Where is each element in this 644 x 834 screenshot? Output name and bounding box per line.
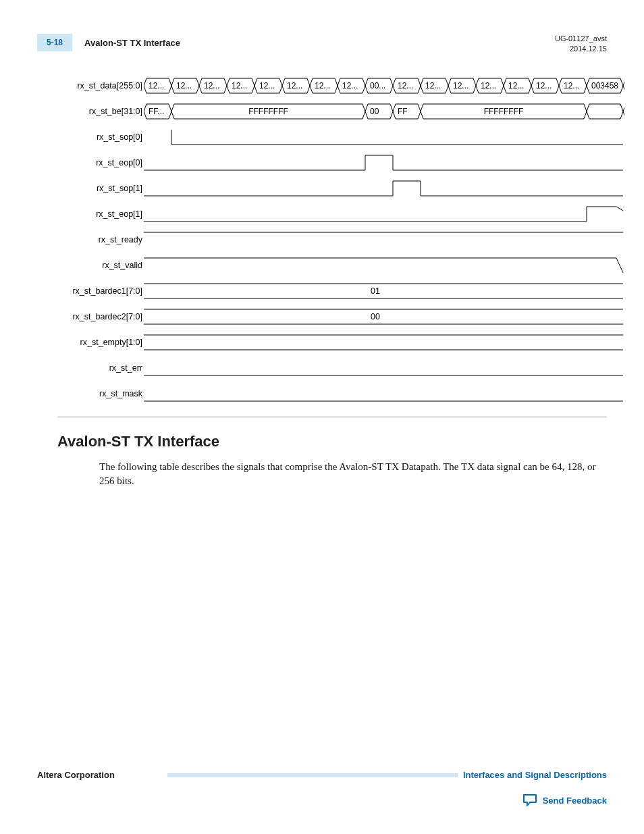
footer-divider [167, 773, 458, 777]
signal-label: rx_st_eop[1] [57, 209, 144, 219]
bus-value: 01 [371, 286, 380, 296]
signal-wave [144, 150, 607, 176]
signal-wave [144, 381, 607, 407]
timing-row: rx_st_sop[0] [57, 124, 607, 150]
doc-date: 2014.12.15 [555, 44, 607, 54]
timing-diagram: rx_st_data[255:0]12...12...12...12...12.… [57, 73, 607, 418]
bus-cell-value: 12... [176, 81, 192, 90]
signal-label: rx_st_valid [57, 261, 144, 270]
bus-cell-value: FFFFFFFF [248, 107, 288, 116]
timing-row: rx_st_data[255:0]12...12...12...12...12.… [57, 73, 607, 99]
bus-cell-value: 12... [149, 81, 164, 90]
bus-cell-value: FF [398, 107, 408, 116]
signal-label: rx_st_mask [57, 389, 144, 398]
signal-label: rx_st_bardec2[7:0] [57, 312, 144, 321]
timing-row: rx_st_eop[0] [57, 150, 607, 176]
bus-cell-value: 12... [425, 81, 441, 90]
footer-link[interactable]: Interfaces and Signal Descriptions [463, 770, 607, 780]
signal-label: rx_st_bardec1[7:0] [57, 286, 144, 296]
bus-cell-value: 12... [259, 81, 275, 90]
signal-label: rx_st_sop[1] [57, 184, 144, 193]
timing-row: rx_st_ready [57, 227, 607, 253]
bus-cell-value: 12... [453, 81, 468, 90]
signal-label: rx_st_eop[0] [57, 158, 144, 167]
signal-wave: FF...FFFFFFFF00FFFFFFFFFF [144, 99, 607, 124]
send-feedback-link[interactable]: Send Feedback [543, 796, 607, 806]
bus-cell-value: 12... [204, 81, 219, 90]
bus-value: 00 [371, 312, 380, 321]
bus-cell-value: 12... [398, 81, 413, 90]
bus-cell-value: 12... [315, 81, 330, 90]
doc-id: UG-01127_avst [555, 34, 607, 44]
signal-wave: 01 [144, 278, 607, 304]
timing-row: rx_st_valid [57, 253, 607, 278]
bus-cell-value: 00 [370, 107, 379, 116]
signal-wave [144, 176, 607, 201]
section-heading: Avalon-ST TX Interface [57, 433, 607, 450]
timing-row: rx_st_bardec1[7:0]01 [57, 278, 607, 304]
timing-row: rx_st_sop[1] [57, 176, 607, 201]
signal-wave [144, 253, 607, 278]
timing-row: rx_st_be[31:0]FF...FFFFFFFF00FFFFFFFFFF [57, 99, 607, 124]
timing-row: rx_st_eop[1] [57, 201, 607, 227]
timing-row: rx_st_empty[1:0] [57, 330, 607, 355]
signal-wave: 00 [144, 304, 607, 330]
bus-cell-value: 12... [287, 81, 302, 90]
bus-cell-value: 12... [536, 81, 552, 90]
bus-cell-value: 12... [342, 81, 358, 90]
timing-row: rx_st_err [57, 355, 607, 381]
bus-cell-value: 003458 [591, 81, 618, 90]
bus-cell-value: 00... [370, 81, 385, 90]
signal-label: rx_st_err [57, 363, 144, 373]
signal-label: rx_st_ready [57, 235, 144, 244]
signal-wave [144, 201, 607, 227]
signal-wave [144, 227, 607, 253]
bus-cell-value: FFFFFFFF [484, 107, 524, 116]
bus-cell-value: 12... [564, 81, 579, 90]
signal-wave [144, 355, 607, 381]
header-title: Avalon-ST TX Interface [84, 38, 180, 48]
footer-corporation: Altera Corporation [37, 770, 115, 780]
feedback-icon[interactable] [522, 793, 537, 807]
signal-label: rx_st_sop[0] [57, 132, 144, 142]
bus-cell-value: FF... [149, 107, 164, 116]
signal-label: rx_st_data[255:0] [57, 81, 144, 90]
signal-wave: 12...12...12...12...12...12...12...12...… [144, 73, 607, 99]
signal-label: rx_st_empty[1:0] [57, 338, 144, 347]
signal-wave [144, 124, 607, 150]
signal-label: rx_st_be[31:0] [57, 107, 144, 116]
page-number-badge: 5-18 [37, 34, 72, 51]
bus-cell-value: 12... [481, 81, 496, 90]
signal-wave [144, 330, 607, 355]
page-header: 5-18 Avalon-ST TX Interface UG-01127_avs… [37, 34, 607, 54]
bus-cell-value: 12... [232, 81, 247, 90]
timing-row: rx_st_bardec2[7:0]00 [57, 304, 607, 330]
bus-cell-value: 12... [508, 81, 524, 90]
timing-row: rx_st_mask [57, 381, 607, 407]
section-paragraph: The following table describes the signal… [99, 460, 607, 490]
